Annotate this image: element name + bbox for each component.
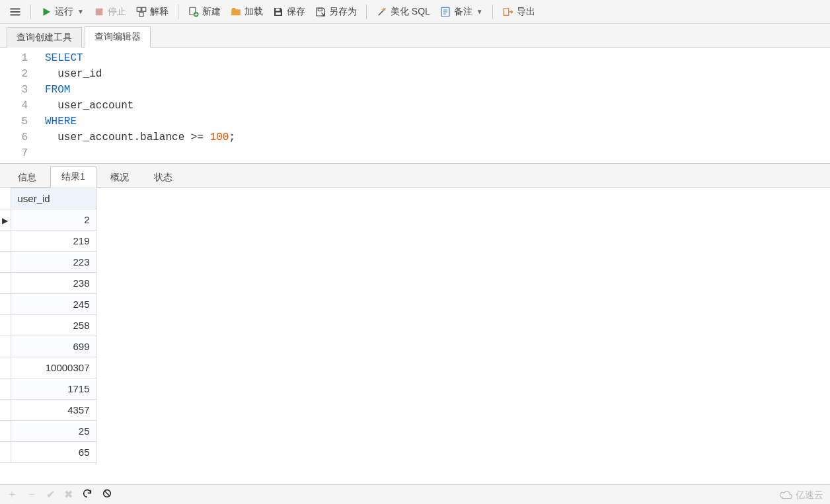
beautify-button[interactable]: 美化 SQL: [372, 4, 434, 20]
row-indicator: ▶: [0, 209, 11, 231]
save-label: 保存: [287, 6, 305, 18]
tab-query-editor[interactable]: 查询编辑器: [85, 26, 151, 48]
run-button[interactable]: 运行 ▼: [36, 4, 88, 20]
svg-rect-7: [276, 12, 281, 15]
line-gutter: 1234567: [0, 48, 37, 163]
table-row[interactable]: 223: [0, 252, 96, 273]
cell[interactable]: 65: [11, 442, 96, 463]
row-indicator: [0, 336, 11, 357]
cell[interactable]: 223: [11, 252, 96, 273]
explain-icon: [135, 6, 147, 18]
result-grid[interactable]: user_id▶22192232382452586991000030717154…: [0, 188, 97, 463]
tab-info[interactable]: 信息: [7, 167, 48, 188]
stop-icon: [93, 6, 105, 18]
apply-button: ✔: [46, 488, 55, 501]
cell[interactable]: 699: [11, 336, 96, 357]
load-button[interactable]: 加载: [226, 4, 267, 20]
table-row[interactable]: 25: [0, 421, 96, 442]
cell[interactable]: 1715: [11, 378, 96, 400]
row-indicator: [0, 421, 11, 442]
cell[interactable]: 4357: [11, 400, 96, 421]
export-label: 导出: [517, 6, 535, 18]
column-header[interactable]: user_id: [11, 188, 96, 209]
cell[interactable]: 10000307: [11, 357, 96, 378]
separator: [30, 5, 31, 19]
new-label: 新建: [202, 6, 221, 18]
run-label: 运行: [55, 6, 73, 18]
row-indicator: [0, 252, 11, 273]
table-row[interactable]: 238: [0, 273, 96, 294]
table-row[interactable]: ▶2: [0, 209, 96, 231]
stop-button: 停止: [89, 4, 130, 20]
svg-rect-2: [142, 7, 146, 11]
explain-button[interactable]: 解释: [132, 4, 172, 20]
wand-icon: [376, 6, 388, 18]
query-mode-tabs: 查询创建工具 查询编辑器: [0, 24, 830, 48]
table-row[interactable]: 10000307: [0, 357, 96, 378]
cell[interactable]: 245: [11, 294, 96, 315]
result-grid-container[interactable]: user_id▶22192232382452586991000030717154…: [0, 188, 830, 484]
hamburger-icon: [9, 6, 21, 18]
sql-editor[interactable]: 1234567 SELECT user_id FROM user_account…: [0, 48, 830, 164]
refresh-button[interactable]: [82, 488, 93, 501]
sql-code[interactable]: SELECT user_id FROM user_account WHERE u…: [37, 48, 235, 163]
table-row[interactable]: 219: [0, 231, 96, 252]
row-indicator: [0, 442, 11, 463]
beautify-label: 美化 SQL: [391, 6, 430, 18]
cell[interactable]: 25: [11, 421, 96, 442]
notes-button[interactable]: 备注 ▼: [435, 4, 487, 20]
tab-status[interactable]: 状态: [143, 167, 184, 188]
dropdown-caret-icon: ▼: [77, 8, 84, 15]
folder-open-icon: [230, 6, 242, 18]
menu-button[interactable]: [5, 4, 25, 20]
table-row[interactable]: 258: [0, 315, 96, 336]
tab-result1[interactable]: 结果1: [50, 166, 96, 188]
row-indicator: [0, 294, 11, 315]
row-indicator: [0, 273, 11, 294]
load-label: 加载: [245, 6, 263, 18]
svg-rect-8: [318, 8, 322, 11]
cell[interactable]: 219: [11, 231, 96, 252]
cell[interactable]: 258: [11, 315, 96, 336]
watermark: 亿速云: [778, 489, 823, 501]
separator: [492, 5, 493, 19]
row-indicator: [0, 378, 11, 400]
cancel-edit-button: ✖: [64, 488, 73, 501]
watermark-text: 亿速云: [796, 489, 823, 501]
svg-rect-1: [137, 7, 141, 11]
save-button[interactable]: 保存: [268, 4, 309, 20]
tab-query-builder[interactable]: 查询创建工具: [7, 27, 82, 48]
notes-label: 备注: [454, 6, 472, 18]
row-indicator: [0, 400, 11, 421]
row-indicator: [0, 357, 11, 378]
svg-rect-10: [504, 8, 509, 15]
save-as-button[interactable]: 另存为: [311, 4, 361, 20]
table-row[interactable]: 1715: [0, 378, 96, 400]
notes-icon: [439, 6, 451, 18]
grid-footer-toolbar: ＋ － ✔ ✖ 亿速云: [0, 484, 830, 504]
export-button[interactable]: 导出: [498, 4, 539, 20]
result-tabs: 信息 结果1 概况 状态: [0, 164, 830, 188]
dropdown-caret-icon: ▼: [476, 8, 483, 15]
row-indicator: [0, 231, 11, 252]
stop-load-button[interactable]: [102, 488, 112, 501]
cell[interactable]: 238: [11, 273, 96, 294]
play-icon: [40, 6, 52, 18]
stop-label: 停止: [108, 6, 126, 18]
tab-profile[interactable]: 概况: [99, 167, 140, 188]
save-icon: [272, 6, 284, 18]
table-row[interactable]: 65: [0, 442, 96, 463]
svg-rect-3: [139, 12, 143, 16]
separator: [366, 5, 367, 19]
svg-rect-0: [96, 8, 103, 15]
cell[interactable]: 2: [11, 209, 96, 231]
table-row[interactable]: 4357: [0, 400, 96, 421]
new-button[interactable]: 新建: [184, 4, 225, 20]
new-query-icon: [188, 6, 200, 18]
table-row[interactable]: 699: [0, 336, 96, 357]
explain-label: 解释: [150, 6, 169, 18]
save-as-label: 另存为: [329, 6, 357, 18]
table-row[interactable]: 245: [0, 294, 96, 315]
add-row-button: ＋: [7, 487, 17, 501]
main-toolbar: 运行 ▼ 停止 解释 新建 加载 保存 另存为: [0, 0, 830, 24]
